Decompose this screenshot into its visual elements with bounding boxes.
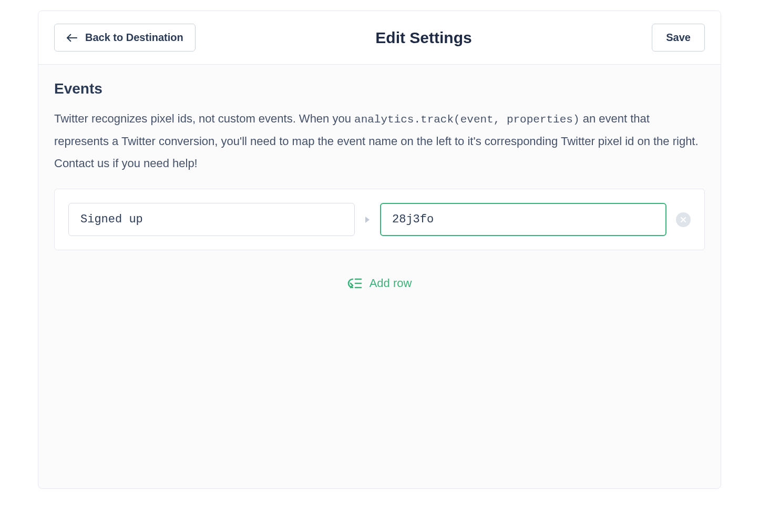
panel-header: Back to Destination Edit Settings Save	[38, 11, 721, 65]
description-code: analytics.track(event, properties)	[354, 114, 579, 126]
mapping-card	[54, 189, 705, 250]
panel-content: Events Twitter recognizes pixel ids, not…	[38, 65, 721, 488]
svg-marker-1	[365, 217, 370, 223]
close-icon	[680, 217, 686, 223]
event-name-input[interactable]	[68, 203, 355, 236]
back-button-label: Back to Destination	[85, 32, 183, 44]
remove-row-button[interactable]	[676, 212, 691, 227]
add-row-button[interactable]: Add row	[54, 277, 705, 290]
add-row-label: Add row	[370, 277, 412, 290]
save-button[interactable]: Save	[652, 24, 705, 52]
description-text-pre: Twitter recognizes pixel ids, not custom…	[54, 112, 354, 125]
settings-panel: Back to Destination Edit Settings Save E…	[38, 11, 721, 489]
section-description: Twitter recognizes pixel ids, not custom…	[54, 108, 705, 174]
caret-right-icon	[364, 216, 371, 223]
pixel-id-input[interactable]	[380, 203, 666, 236]
arrow-left-icon	[66, 33, 78, 43]
mapping-row	[68, 203, 691, 236]
back-to-destination-button[interactable]: Back to Destination	[54, 24, 196, 52]
section-heading: Events	[54, 80, 705, 97]
add-row-icon	[347, 277, 362, 290]
page-title: Edit Settings	[196, 29, 652, 47]
